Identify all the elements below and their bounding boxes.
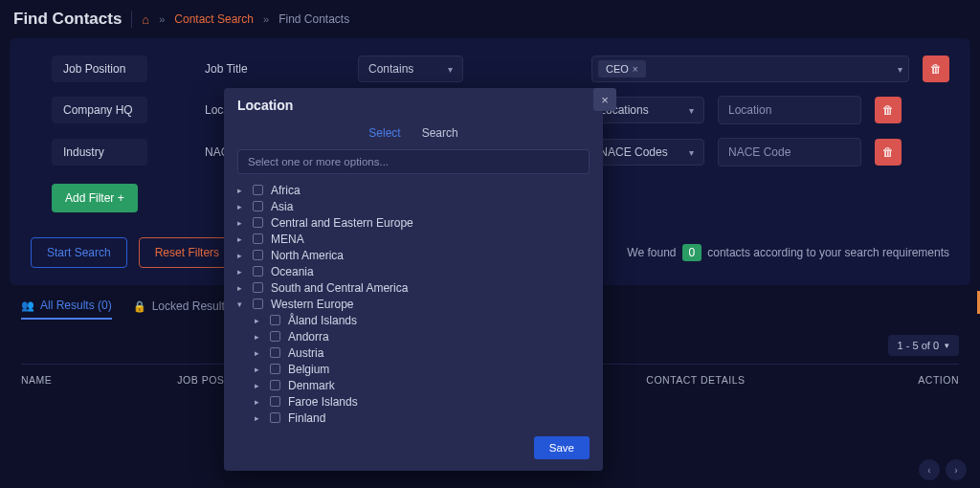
- breadcrumb-sep: »: [263, 13, 269, 25]
- checkbox[interactable]: [253, 282, 263, 293]
- tree-region[interactable]: ▸MENA: [237, 231, 590, 247]
- next-page-button[interactable]: ›: [946, 459, 967, 480]
- operator-select[interactable]: Contains ▾: [358, 55, 463, 82]
- checkbox[interactable]: [270, 364, 280, 374]
- value-input[interactable]: Location: [718, 96, 861, 124]
- checkbox[interactable]: [270, 347, 280, 358]
- chevron-right-icon[interactable]: ▸: [237, 186, 245, 195]
- breadcrumb-link[interactable]: Contact Search: [174, 12, 254, 26]
- close-icon: ×: [601, 93, 609, 107]
- chevron-right-icon[interactable]: ▸: [255, 348, 262, 358]
- page-nav: ‹ ›: [919, 459, 967, 480]
- delete-filter-button[interactable]: 🗑: [875, 97, 902, 123]
- tree-region[interactable]: ▸Asia: [237, 198, 590, 214]
- save-button[interactable]: Save: [534, 436, 590, 459]
- chevron-right-icon[interactable]: ▸: [237, 283, 245, 293]
- value-multiselect[interactable]: CEO × ▾: [591, 55, 909, 82]
- reset-filters-button[interactable]: Reset Filters: [139, 237, 235, 268]
- tree-region[interactable]: ▸North America: [237, 247, 590, 263]
- region-label: MENA: [271, 233, 304, 246]
- tree-region[interactable]: ▸Africa: [237, 182, 590, 198]
- chevron-down-icon[interactable]: ▾: [237, 299, 245, 309]
- chevron-right-icon[interactable]: ▸: [255, 365, 262, 374]
- checkbox[interactable]: [253, 250, 263, 260]
- checkbox[interactable]: [253, 266, 263, 277]
- prev-page-button[interactable]: ‹: [919, 459, 940, 480]
- checkbox[interactable]: [270, 315, 280, 325]
- chevron-down-icon: ▾: [689, 147, 694, 158]
- users-icon: 👥: [21, 299, 34, 312]
- tree-region[interactable]: ▾Western Europe: [237, 296, 590, 312]
- tree-country[interactable]: ▸Belgium: [237, 361, 590, 377]
- checkbox[interactable]: [253, 233, 263, 244]
- delete-filter-button[interactable]: 🗑: [923, 55, 949, 82]
- home-icon[interactable]: ⌂: [142, 12, 149, 27]
- region-label: Western Europe: [271, 298, 354, 311]
- chevron-right-icon[interactable]: ▸: [255, 381, 262, 390]
- modal-search-input[interactable]: Select one or more options...: [237, 149, 590, 174]
- checkbox[interactable]: [253, 217, 263, 228]
- modal-close-button[interactable]: ×: [593, 88, 616, 111]
- tree-region[interactable]: ▸South and Central America: [237, 279, 590, 296]
- tag: CEO ×: [598, 60, 646, 78]
- chevron-down-icon: ▾: [898, 64, 902, 75]
- chevron-right-icon[interactable]: ▸: [255, 332, 262, 342]
- filter-chip[interactable]: Industry: [52, 139, 147, 166]
- checkbox[interactable]: [270, 412, 280, 423]
- checkbox[interactable]: [253, 299, 263, 309]
- tree-country[interactable]: ▸Andorra: [237, 328, 590, 344]
- region-label: Oceania: [271, 265, 314, 278]
- checkbox[interactable]: [270, 331, 280, 342]
- tree-region[interactable]: ▸Central and Eastern Europe: [237, 214, 590, 231]
- tree-region[interactable]: ▸Oceania: [237, 263, 590, 279]
- tab-all-results[interactable]: 👥 All Results (0): [21, 299, 112, 320]
- filter-chip[interactable]: Job Position: [52, 55, 147, 82]
- chevron-right-icon[interactable]: ▸: [237, 251, 245, 260]
- tree-country[interactable]: ▸Åland Islands: [237, 312, 590, 328]
- region-label: Asia: [271, 200, 293, 213]
- chevron-right-icon[interactable]: ▸: [255, 397, 262, 407]
- checkbox[interactable]: [253, 185, 263, 195]
- location-modal: × Location Select Search Select one or m…: [224, 88, 603, 471]
- modal-footer: Save: [224, 427, 603, 471]
- value-input[interactable]: NACE Code: [718, 138, 861, 166]
- region-label: South and Central America: [271, 281, 408, 295]
- modal-tab-select[interactable]: Select: [368, 126, 400, 140]
- modal-title: Location: [224, 88, 603, 121]
- found-prefix: We found: [627, 246, 676, 259]
- col-action: ACTION: [803, 374, 959, 386]
- top-bar: Find Contacts ⌂ » Contact Search » Find …: [0, 0, 980, 38]
- modal-tab-search[interactable]: Search: [422, 126, 458, 140]
- trash-icon: 🗑: [882, 103, 894, 117]
- tree-country[interactable]: ▸Faroe Islands: [237, 393, 590, 410]
- chevron-right-icon[interactable]: ▸: [255, 316, 262, 325]
- modal-tabs: Select Search: [224, 121, 603, 149]
- add-filter-button[interactable]: Add Filter +: [52, 184, 138, 212]
- checkbox[interactable]: [270, 380, 280, 390]
- region-label: North America: [271, 249, 344, 262]
- pager-text: 1 - 5 of 0: [898, 340, 939, 351]
- filter-chip[interactable]: Company HQ: [52, 97, 147, 123]
- chevron-right-icon[interactable]: ▸: [237, 202, 245, 211]
- tree-country[interactable]: ▸Finland: [237, 410, 590, 426]
- filter-label: Job Title: [205, 62, 301, 76]
- pager[interactable]: 1 - 5 of 0 ▾: [888, 335, 959, 356]
- filter-row: Job Position Job Title Contains ▾ CEO × …: [52, 55, 949, 82]
- chevron-right-icon[interactable]: ▸: [237, 234, 245, 244]
- start-search-button[interactable]: Start Search: [31, 237, 127, 268]
- tag-remove-icon[interactable]: ×: [633, 64, 638, 75]
- delete-filter-button[interactable]: 🗑: [875, 139, 902, 166]
- tag-label: CEO: [606, 63, 629, 75]
- chevron-right-icon[interactable]: ▸: [255, 413, 262, 423]
- operator-value: Contains: [368, 62, 413, 76]
- chevron-down-icon: ▾: [448, 64, 453, 75]
- lock-icon: 🔒: [133, 300, 146, 313]
- chevron-right-icon[interactable]: ▸: [237, 267, 245, 277]
- checkbox[interactable]: [270, 396, 280, 407]
- country-label: Faroe Islands: [288, 395, 358, 409]
- checkbox[interactable]: [253, 201, 263, 211]
- chevron-right-icon[interactable]: ▸: [237, 218, 245, 228]
- tree-country[interactable]: ▸Austria: [237, 344, 590, 361]
- tree-country[interactable]: ▸Denmark: [237, 377, 590, 393]
- country-label: Andorra: [288, 330, 329, 344]
